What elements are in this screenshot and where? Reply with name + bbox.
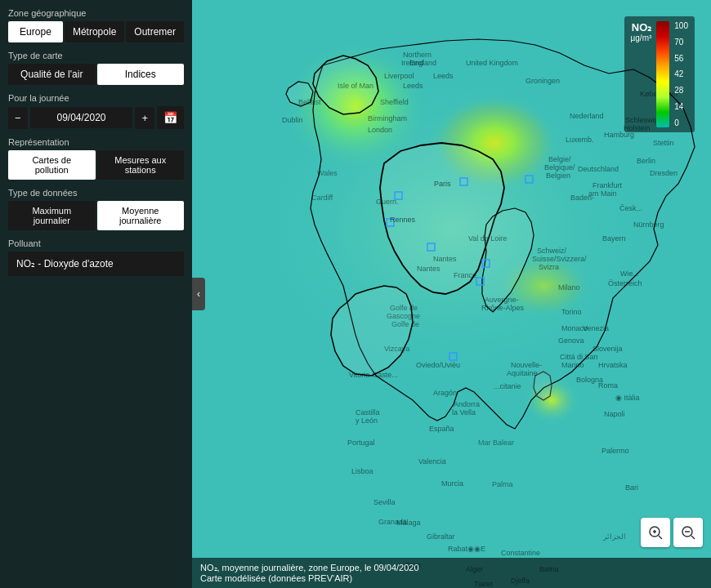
maximum-journalier-btn[interactable]: Maximum journalier bbox=[8, 201, 96, 230]
legend-val-14: 14 bbox=[674, 102, 688, 111]
date-row: − 09/04/2020 + 📅 bbox=[8, 106, 184, 129]
svg-text:Lisboa: Lisboa bbox=[351, 467, 373, 475]
representation-label: Représentation bbox=[8, 137, 184, 147]
svg-text:Bayern: Bayern bbox=[602, 234, 626, 243]
svg-text:Paris: Paris bbox=[434, 180, 451, 188]
svg-text:Golfe de: Golfe de bbox=[390, 304, 418, 312]
representation-section: Représentation Cartes de pollution Mesur… bbox=[8, 137, 184, 180]
sidebar: Zone géographique Europe Métropole Outre… bbox=[0, 0, 192, 588]
svg-text:Granada: Granada bbox=[378, 518, 407, 526]
date-plus-btn[interactable]: + bbox=[135, 107, 154, 129]
svg-text:Vizcaya: Vizcaya bbox=[384, 345, 409, 353]
legend-val-28: 28 bbox=[674, 86, 688, 95]
polluant-label: Polluant bbox=[8, 238, 184, 248]
svg-text:Schweiz/: Schweiz/ bbox=[537, 247, 567, 255]
svg-text:Slovenija: Slovenija bbox=[592, 345, 623, 353]
svg-text:Groningen: Groningen bbox=[525, 77, 560, 85]
svg-text:Nantes: Nantes bbox=[417, 265, 440, 273]
svg-text:Napoli: Napoli bbox=[604, 410, 625, 418]
svg-text:Nürnberg: Nürnberg bbox=[633, 220, 664, 229]
type-donnees-label: Type de données bbox=[8, 188, 184, 198]
svg-text:Golfe de: Golfe de bbox=[391, 320, 419, 328]
svg-text:Venezia: Venezia bbox=[583, 324, 609, 332]
svg-text:la Vella: la Vella bbox=[452, 408, 476, 416]
type-carte-btn-group: Qualité de l'air Indices bbox=[8, 64, 184, 85]
footer: NO₂, moyenne journalière, zone Europe, l… bbox=[192, 558, 711, 588]
legend-bar bbox=[656, 21, 669, 127]
indices-btn[interactable]: Indices bbox=[97, 64, 185, 85]
svg-text:United Kingdom: United Kingdom bbox=[466, 59, 518, 67]
svg-text:Sevilla: Sevilla bbox=[373, 498, 396, 506]
type-carte-label: Type de carte bbox=[8, 51, 184, 60]
type-carte-section: Type de carte Qualité de l'air Indices bbox=[8, 51, 184, 85]
svg-text:Genova: Genova bbox=[558, 336, 584, 345]
svg-text:Stettin: Stettin bbox=[653, 139, 674, 147]
collapse-handle[interactable]: ‹ bbox=[192, 278, 205, 310]
legend-val-70: 70 bbox=[674, 38, 688, 47]
zoom-out-btn[interactable] bbox=[673, 518, 703, 547]
svg-text:◉ Itàlia: ◉ Itàlia bbox=[615, 394, 640, 402]
type-donnees-section: Type de données Maximum journalier Moyen… bbox=[8, 188, 184, 230]
svg-text:Milano: Milano bbox=[558, 283, 580, 292]
moyenne-journaliere-btn[interactable]: Moyenne journalière bbox=[97, 201, 185, 230]
svg-text:Frankfurt: Frankfurt bbox=[592, 181, 623, 189]
svg-text:Vitoria-Gaste...: Vitoria-Gaste... bbox=[349, 371, 398, 379]
svg-text:Gibraltar: Gibraltar bbox=[427, 532, 455, 541]
legend-val-56: 56 bbox=[674, 54, 688, 63]
svg-text:Hrvatska: Hrvatska bbox=[598, 361, 628, 369]
svg-text:Dresden: Dresden bbox=[650, 169, 677, 177]
zoom-in-btn[interactable] bbox=[641, 518, 670, 547]
svg-text:Berlin: Berlin bbox=[637, 157, 655, 165]
svg-text:Aragón: Aragón bbox=[433, 389, 457, 397]
svg-text:Gascogne: Gascogne bbox=[387, 312, 420, 320]
svg-text:Andorra: Andorra bbox=[454, 400, 480, 408]
svg-text:Aquitaine: Aquitaine bbox=[507, 369, 538, 377]
mesures-stations-btn[interactable]: Mesures aux stations bbox=[97, 150, 185, 180]
zone-btn-group: Europe Métropole Outremer bbox=[8, 21, 184, 42]
footer-line2: Carte modélisée (données PREV'AIR) bbox=[200, 573, 703, 583]
svg-text:Isle of Man: Isle of Man bbox=[338, 82, 373, 90]
zone-europe-btn[interactable]: Europe bbox=[8, 21, 63, 42]
polluant-section: Polluant NO₂ - Dioxyde d'azote bbox=[8, 238, 184, 276]
svg-text:Svizra: Svizra bbox=[539, 263, 559, 271]
svg-text:Österreich: Österreich bbox=[608, 279, 642, 287]
svg-text:Portugal: Portugal bbox=[347, 439, 375, 447]
svg-text:Cardiff: Cardiff bbox=[311, 194, 333, 202]
svg-text:Sheffield: Sheffield bbox=[380, 98, 409, 106]
svg-text:y León: y León bbox=[356, 416, 378, 425]
svg-text:Wales: Wales bbox=[317, 169, 338, 177]
svg-text:الجزائر: الجزائر bbox=[602, 532, 626, 541]
polluant-btn[interactable]: NO₂ - Dioxyde d'azote bbox=[8, 252, 184, 276]
journee-section: Pour la journée − 09/04/2020 + 📅 bbox=[8, 93, 184, 129]
date-value[interactable]: 09/04/2020 bbox=[30, 107, 133, 128]
zone-metropole-btn[interactable]: Métropole bbox=[65, 21, 124, 42]
svg-text:Liverpool: Liverpool bbox=[384, 72, 414, 80]
svg-text:Oviedo/Uvièu: Oviedo/Uvièu bbox=[416, 361, 460, 369]
qualite-air-btn[interactable]: Qualité de l'air bbox=[8, 64, 96, 85]
svg-text:Val de Loire: Val de Loire bbox=[468, 234, 507, 243]
svg-text:Guern.: Guern. bbox=[376, 198, 399, 206]
legend-text-area: NO₂ µg/m³ bbox=[631, 21, 652, 46]
svg-text:Suisse/Svizzera/: Suisse/Svizzera/ bbox=[532, 255, 587, 263]
legend-val-42: 42 bbox=[674, 69, 688, 78]
svg-text:Belgien: Belgien bbox=[546, 172, 570, 180]
svg-text:Deutschland: Deutschland bbox=[578, 165, 619, 173]
svg-text:España: España bbox=[429, 425, 454, 433]
date-minus-btn[interactable]: − bbox=[8, 107, 28, 129]
svg-text:Palermo: Palermo bbox=[601, 447, 629, 455]
cartes-pollution-btn[interactable]: Cartes de pollution bbox=[8, 150, 96, 180]
svg-text:Rabat◉◉E: Rabat◉◉E bbox=[448, 545, 485, 553]
calendar-btn[interactable]: 📅 bbox=[157, 106, 184, 129]
journee-label: Pour la journée bbox=[8, 93, 184, 103]
svg-text:Nederland: Nederland bbox=[570, 112, 604, 120]
svg-text:Bari: Bari bbox=[625, 483, 638, 492]
legend-val-100: 100 bbox=[674, 21, 688, 30]
svg-text:Leeds: Leeds bbox=[403, 82, 423, 90]
zone-section: Zone géographique Europe Métropole Outre… bbox=[8, 8, 184, 42]
svg-text:Mar Balear: Mar Balear bbox=[478, 439, 514, 447]
svg-text:Northern: Northern bbox=[403, 51, 432, 59]
svg-text:Rennes: Rennes bbox=[390, 216, 416, 224]
svg-text:Palma: Palma bbox=[492, 480, 513, 488]
zone-outremer-btn[interactable]: Outremer bbox=[126, 21, 184, 42]
svg-text:Torino: Torino bbox=[561, 308, 582, 316]
